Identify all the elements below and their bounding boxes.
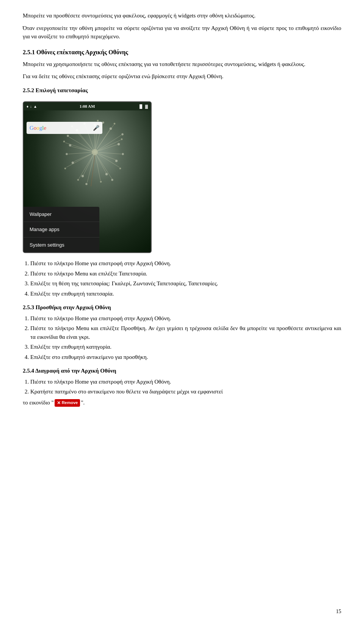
paragraph-1: Μπορείτε να προσθέσετε συντομεύσεις για …	[23, 11, 341, 20]
svg-point-42	[119, 168, 121, 169]
menu-item-system-settings[interactable]: System settings	[24, 238, 99, 253]
section-253-steps: Πιέστε το πλήκτρο Home για επιστροφή στη…	[30, 314, 341, 362]
google-logo: Google	[30, 124, 46, 132]
step-item: Πιέστε το πλήκτρο Menu και επιλέξτε Ταπε…	[30, 269, 341, 278]
section-252-steps: Πιέστε το πλήκτρο Home για επιστροφή στη…	[30, 259, 341, 298]
phone-screen: ♦ ↓ ▲ 1:08 AM ▐▌ ▓	[23, 101, 152, 253]
svg-line-5	[95, 145, 118, 152]
svg-line-47	[66, 152, 95, 167]
mic-icon: 🎤	[93, 124, 99, 132]
svg-point-26	[111, 179, 113, 181]
status-time: 1:08 AM	[80, 103, 95, 110]
section-254-heading: 2.5.4 Διαγραφή από την Αρχική Οθόνη	[23, 367, 341, 375]
svg-point-10	[105, 173, 108, 175]
menu-item-wallpaper[interactable]: Wallpaper	[24, 207, 99, 222]
step-item: Επιλέξτε στο επιθυμητό αντικείμενο για π…	[30, 353, 341, 362]
remove-line-text: το εικονίδιο "	[23, 400, 54, 406]
svg-point-48	[64, 168, 66, 169]
svg-point-30	[66, 153, 68, 155]
context-menu: Wallpaper Manage apps System settings	[24, 207, 99, 253]
svg-line-27	[87, 152, 95, 182]
google-search-bar: Google 🎤	[27, 122, 102, 134]
svg-point-28	[86, 183, 88, 185]
svg-line-23	[95, 152, 121, 154]
svg-point-22	[122, 134, 124, 135]
section-253-heading: 2.5.3 Προσθήκη στην Αρχική Οθόνη	[23, 303, 341, 312]
svg-point-24	[122, 153, 124, 155]
svg-point-44	[100, 181, 102, 182]
step-item: Επιλέξτε τη θέση της ταπετσαρίας: Γκαλερ…	[30, 279, 341, 288]
svg-line-31	[69, 137, 95, 152]
step-item: Επιλέξτε την επιθυμητή ταπετσαρία.	[30, 289, 341, 298]
page-number: 15	[336, 607, 341, 615]
svg-point-32	[67, 135, 69, 137]
menu-item-manage-apps[interactable]: Manage apps	[24, 222, 99, 238]
svg-point-38	[114, 123, 115, 124]
step-item: Κρατήστε πατημένο στο αντικείμενο που θέ…	[30, 387, 341, 396]
phone-status-bar: ♦ ↓ ▲ 1:08 AM ▐▌ ▓	[24, 102, 151, 110]
svg-point-8	[115, 160, 118, 162]
svg-point-20	[102, 122, 104, 124]
step-item: Πιέστε το πλήκτρο Home για επιστροφή στη…	[30, 314, 341, 323]
section-251-text2: Για να δείτε τις οθόνες επέκτασης σύρετε…	[23, 72, 341, 81]
svg-point-40	[121, 138, 122, 140]
section-251-text1: Μπορείτε να χρησιμοποιήσετε τις οθόνες ε…	[23, 60, 341, 69]
section-254-steps: Πιέστε το πλήκτρο Home για επιστροφή στη…	[30, 378, 341, 396]
svg-point-46	[77, 179, 79, 181]
remove-line: το εικονίδιο "✕Remove".	[23, 398, 341, 407]
svg-line-17	[78, 131, 95, 152]
battery-icon: ▓	[145, 104, 148, 109]
section-251-heading: 2.5.1 Οθόνες επέκτασης Αρχικής Οθόνης	[23, 48, 341, 57]
remove-badge: ✕Remove	[55, 399, 80, 407]
step-item: Επιλέξτε την επιθυμητή κατηγορία.	[30, 343, 341, 351]
page-content: Μπορείτε να προσθέσετε συντομεύσεις για …	[23, 11, 341, 407]
status-icons-right: ▐▌ ▓	[138, 104, 148, 109]
svg-point-12	[82, 175, 84, 177]
phone-screenshot: ♦ ↓ ▲ 1:08 AM ▐▌ ▓	[23, 101, 341, 253]
phone-wallpaper: Google 🎤 Wallpaper Manage apps System se…	[24, 110, 151, 252]
remove-label: Remove	[62, 400, 78, 406]
step-item: Πιέστε το πλήκτρο Menu και επιλέξτε Προσ…	[30, 324, 341, 341]
step-item: Πιέστε το πλήκτρο Home για επιστροφή στη…	[30, 259, 341, 268]
svg-line-41	[95, 152, 119, 167]
svg-point-36	[97, 120, 99, 121]
status-icons-left: ♦ ↓ ▲	[27, 104, 37, 109]
svg-line-29	[68, 152, 95, 154]
svg-line-49	[65, 143, 95, 152]
wifi-icon: ↓	[30, 104, 32, 109]
notification-icon: ▲	[33, 104, 37, 109]
svg-line-9	[95, 152, 106, 173]
svg-line-15	[71, 146, 95, 152]
svg-line-13	[74, 152, 95, 162]
remove-x-icon: ✕	[57, 400, 61, 406]
paragraph-2: Όταν ενεργοποιείτε την οθόνη μπορείτε να…	[23, 24, 341, 41]
remove-line-end: ".	[81, 400, 85, 406]
network-icon: ▐▌	[138, 104, 144, 109]
signal-icon: ♦	[27, 104, 28, 109]
section-252-heading: 2.5.2 Επιλογή ταπετσαρίας	[23, 86, 341, 95]
svg-point-6	[118, 143, 120, 145]
svg-point-50	[63, 141, 65, 142]
step-item: Πιέστε το πλήκτρο Home για επιστροφή στη…	[30, 378, 341, 386]
